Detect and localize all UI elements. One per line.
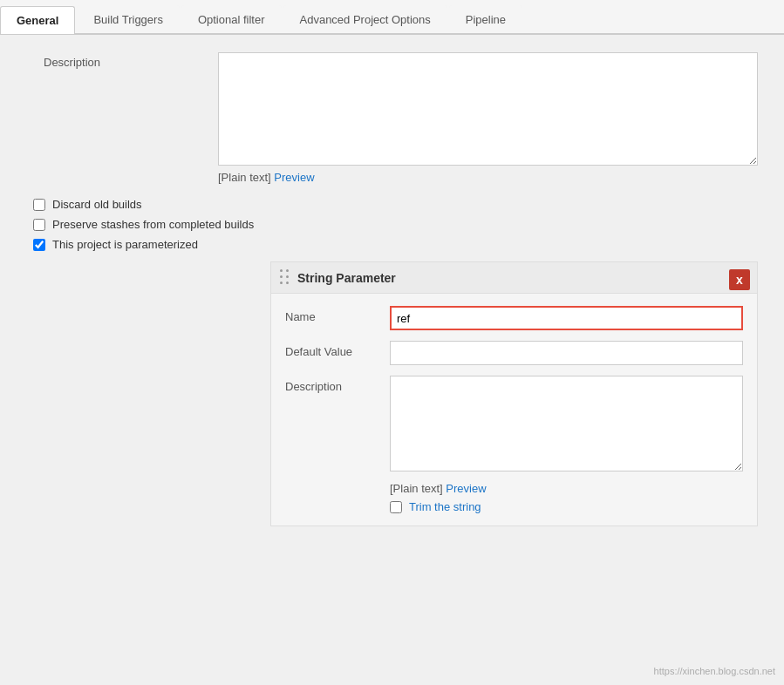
- default-value-row: Default Value: [285, 341, 743, 365]
- param-body: Name Default Value Description [Plain te…: [271, 294, 757, 526]
- drag-dot-2: [286, 269, 289, 272]
- preserve-stashes-checkbox[interactable]: [33, 219, 45, 231]
- parameterized-label: This project is parameterized: [52, 238, 198, 251]
- name-input[interactable]: [390, 306, 743, 330]
- drag-dot-1: [280, 269, 283, 272]
- tab-pipeline[interactable]: Pipeline: [449, 5, 522, 33]
- drag-dot-4: [286, 275, 289, 278]
- discard-old-builds-row: Discard old builds: [26, 198, 758, 211]
- trim-label: Trim the string: [409, 500, 481, 513]
- tab-build-triggers[interactable]: Build Triggers: [77, 5, 179, 33]
- description-section: Description: [26, 52, 758, 166]
- discard-old-builds-checkbox[interactable]: [33, 199, 45, 211]
- param-description-label: Description: [285, 376, 390, 393]
- trim-row: Trim the string: [285, 500, 743, 513]
- default-value-input[interactable]: [390, 341, 743, 365]
- name-label: Name: [285, 306, 390, 323]
- param-description-row: Description: [285, 376, 743, 471]
- default-value-label: Default Value: [285, 341, 390, 358]
- param-plain-text-label: [Plain text]: [390, 482, 443, 495]
- param-preview-link[interactable]: Preview: [446, 482, 486, 495]
- param-description-textarea[interactable]: [390, 376, 743, 471]
- param-plain-text-row: [Plain text] Preview: [285, 482, 743, 495]
- drag-dot-3: [280, 275, 283, 278]
- plain-text-row: [Plain text] Preview: [26, 171, 758, 184]
- name-row: Name: [285, 306, 743, 330]
- preserve-stashes-label: Preserve stashes from completed builds: [52, 218, 254, 231]
- description-textarea[interactable]: [218, 52, 758, 166]
- description-label: Description: [44, 52, 218, 69]
- tab-bar: General Build Triggers Optional filter A…: [0, 0, 784, 35]
- tab-advanced-project-options[interactable]: Advanced Project Options: [283, 5, 447, 33]
- param-title: String Parameter: [297, 271, 396, 285]
- watermark: https://xinchen.blog.csdn.net: [654, 666, 775, 676]
- drag-dot-6: [286, 281, 289, 284]
- param-panel-header: String Parameter x: [271, 262, 757, 294]
- string-parameter-panel: String Parameter x Name Default Value De…: [270, 261, 758, 526]
- close-button[interactable]: x: [729, 269, 750, 290]
- drag-handle[interactable]: [280, 269, 290, 286]
- tab-optional-filter[interactable]: Optional filter: [181, 5, 282, 33]
- discard-old-builds-label: Discard old builds: [52, 198, 142, 211]
- parameterized-checkbox[interactable]: [33, 239, 45, 251]
- tab-general[interactable]: General: [0, 6, 75, 34]
- preview-link[interactable]: Preview: [274, 171, 314, 184]
- plain-text-label: [Plain text]: [218, 171, 271, 184]
- parameterized-row: This project is parameterized: [26, 238, 758, 251]
- main-content: Description [Plain text] Preview Discard…: [0, 35, 784, 544]
- trim-checkbox[interactable]: [390, 501, 402, 513]
- drag-dot-5: [280, 281, 283, 284]
- preserve-stashes-row: Preserve stashes from completed builds: [26, 218, 758, 231]
